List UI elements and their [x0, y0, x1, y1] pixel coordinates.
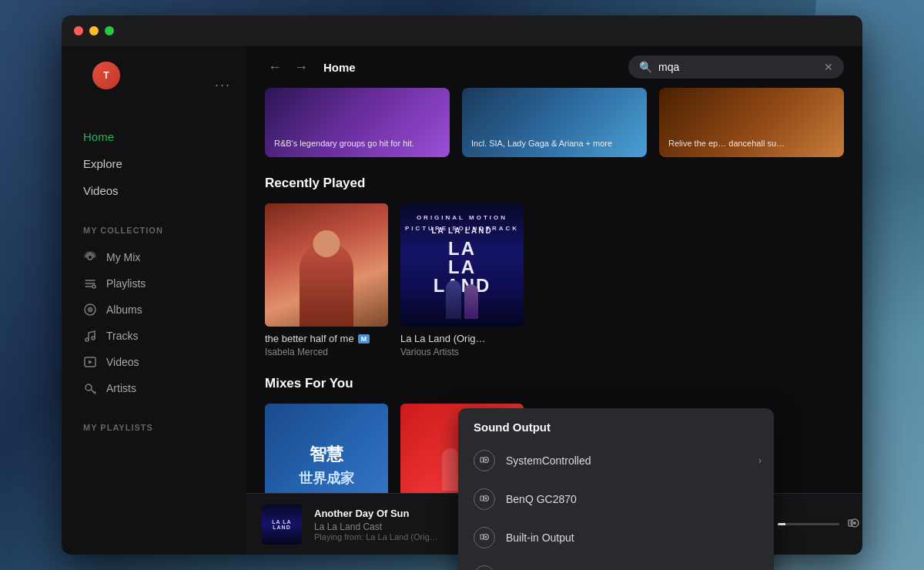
device-icon-0	[474, 450, 495, 471]
hero-banner-3[interactable]: Relive the ep… dancehall su…	[659, 88, 844, 157]
sidebar-item-tracks[interactable]: Tracks	[74, 323, 234, 349]
sidebar-item-home-label: Home	[83, 130, 114, 143]
svg-point-9	[92, 337, 95, 340]
sidebar: T ··· Home Explore Videos MY COLLECTION	[62, 46, 246, 555]
sidebar-nav: Home Explore Videos	[62, 123, 246, 204]
search-icon: 🔍	[639, 61, 652, 73]
sound-item-benq[interactable]: BenQ GC2870	[458, 480, 774, 518]
svg-point-4	[92, 285, 95, 288]
svg-point-20	[485, 459, 487, 461]
maximize-button[interactable]	[105, 26, 114, 35]
arrow-icon: ›	[758, 455, 762, 466]
mixes-title: Mixes For You	[265, 376, 353, 391]
sound-output-header: Sound Output	[458, 408, 774, 441]
card-subtitle-isabela: Isabela Merced	[265, 347, 388, 357]
music-icon	[83, 329, 97, 343]
recently-played-section: Recently Played	[265, 176, 844, 357]
hero-banner-3-text: Relive the ep… dancehall su…	[668, 138, 785, 149]
sidebar-item-playlists-label: Playlists	[106, 277, 146, 290]
device-icon-1	[474, 488, 495, 510]
close-button[interactable]	[74, 26, 83, 35]
card-art-isabela	[265, 203, 388, 327]
volume-bar[interactable]	[778, 523, 839, 525]
nav-arrows: ← →	[265, 56, 311, 79]
recently-played-cards: the better half of me M Isabela Merced O…	[265, 203, 844, 357]
player-artist: La La Land Cast	[314, 521, 468, 532]
card-lalaland[interactable]: ORIGINAL MOTIONPICTURE SOUNDTRACK LA LA …	[400, 203, 524, 357]
player-title: Another Day Of Sun	[314, 508, 468, 519]
player-source: Playing from: La La Land (Orig…	[314, 532, 468, 542]
svg-point-8	[85, 338, 89, 341]
playlists-section-label: MY PLAYLISTS	[62, 423, 246, 432]
sidebar-item-videos-main[interactable]: Videos	[74, 177, 234, 204]
sidebar-item-artists-label: Artists	[106, 382, 136, 394]
svg-point-26	[485, 536, 487, 538]
mqa-badge: M	[358, 334, 370, 344]
recently-played-title: Recently Played	[265, 176, 365, 191]
sidebar-item-videos[interactable]: Videos	[74, 349, 234, 375]
avatar[interactable]: T	[92, 62, 120, 89]
sidebar-item-artists[interactable]: Artists	[74, 375, 234, 401]
sidebar-header: T ···	[62, 62, 246, 108]
play-square-icon	[83, 355, 97, 369]
sidebar-item-home[interactable]: Home	[74, 123, 234, 150]
sound-item-systemcontrolled[interactable]: SystemControlled ›	[458, 441, 774, 480]
card-art-lalaland: ORIGINAL MOTIONPICTURE SOUNDTRACK LA LA …	[400, 203, 524, 327]
sidebar-item-albums[interactable]: Albums	[74, 297, 234, 323]
sidebar-item-tracks-label: Tracks	[106, 330, 138, 342]
hero-banners: R&B's legendary groups go hit for hit. I…	[265, 88, 844, 157]
mixes-header: Mixes For You	[265, 376, 844, 391]
hero-banner-1[interactable]: R&B's legendary groups go hit for hit.	[265, 88, 450, 157]
sidebar-item-videos-label: Videos	[83, 184, 119, 197]
svg-point-0	[88, 255, 92, 260]
sound-item-builtin-line-1[interactable]: Built-in Line Output	[458, 557, 774, 570]
svg-point-14	[853, 521, 856, 525]
recently-played-header: Recently Played	[265, 176, 844, 191]
svg-point-23	[485, 498, 487, 500]
volume-fill	[778, 523, 785, 525]
svg-point-7	[89, 309, 91, 310]
player-art: LA LALAND	[262, 505, 302, 545]
sidebar-item-explore[interactable]: Explore	[74, 150, 234, 177]
hero-banner-2-text: Incl. SIA, Lady Gaga & Ariana + more	[471, 138, 612, 149]
device-name-1: BenQ GC2870	[506, 493, 577, 505]
top-bar: ← → Home 🔍 ✕	[246, 46, 862, 88]
search-input[interactable]	[658, 61, 818, 73]
sidebar-item-explore-label: Explore	[83, 157, 122, 170]
sidebar-item-albums-label: Albums	[106, 303, 142, 316]
device-name-2: Built-in Output	[506, 531, 574, 544]
mix-art-chinese: 智慧 世界成家	[265, 404, 388, 493]
device-icon-3	[474, 565, 495, 570]
sound-item-builtin[interactable]: Built-in Output	[458, 518, 774, 557]
card-isabela[interactable]: the better half of me M Isabela Merced	[265, 203, 388, 357]
device-name-0: SystemControlled	[506, 454, 591, 467]
sidebar-item-mymix[interactable]: My Mix	[74, 244, 234, 270]
key-icon	[83, 381, 97, 395]
hero-banner-2[interactable]: Incl. SIA, Lady Gaga & Ariana + more	[462, 88, 647, 157]
more-options-button[interactable]: ···	[215, 77, 231, 93]
radio-icon	[83, 250, 97, 264]
back-button[interactable]: ←	[265, 56, 285, 79]
page-title: Home	[323, 61, 616, 74]
sound-output-button[interactable]	[847, 516, 861, 532]
search-clear-button[interactable]: ✕	[824, 61, 833, 73]
sidebar-collection: My Mix Playlists	[62, 244, 246, 401]
card-title-lalaland: La La Land (Orig…	[400, 333, 524, 344]
device-icon-2	[474, 527, 495, 548]
minimize-button[interactable]	[89, 26, 99, 35]
hero-banner-1-text: R&B's legendary groups go hit for hit.	[274, 138, 414, 149]
search-bar: 🔍 ✕	[628, 55, 844, 79]
collection-section-label: MY COLLECTION	[62, 226, 246, 235]
list-icon	[83, 277, 97, 290]
disc-icon	[83, 303, 97, 317]
sidebar-item-videos-col-label: Videos	[106, 356, 139, 368]
sidebar-item-playlists[interactable]: Playlists	[74, 270, 234, 297]
sound-output-dropdown: Sound Output SystemControlled › BenQ GC2…	[458, 408, 774, 570]
sidebar-item-mymix-label: My Mix	[106, 251, 140, 263]
avatar-text: T	[103, 70, 109, 81]
traffic-lights	[74, 26, 114, 35]
mix-card-1[interactable]: 智慧 世界成家	[265, 404, 388, 493]
title-bar	[62, 15, 862, 46]
forward-button[interactable]: →	[291, 56, 311, 79]
card-subtitle-lalaland: Various Artists	[400, 347, 524, 357]
